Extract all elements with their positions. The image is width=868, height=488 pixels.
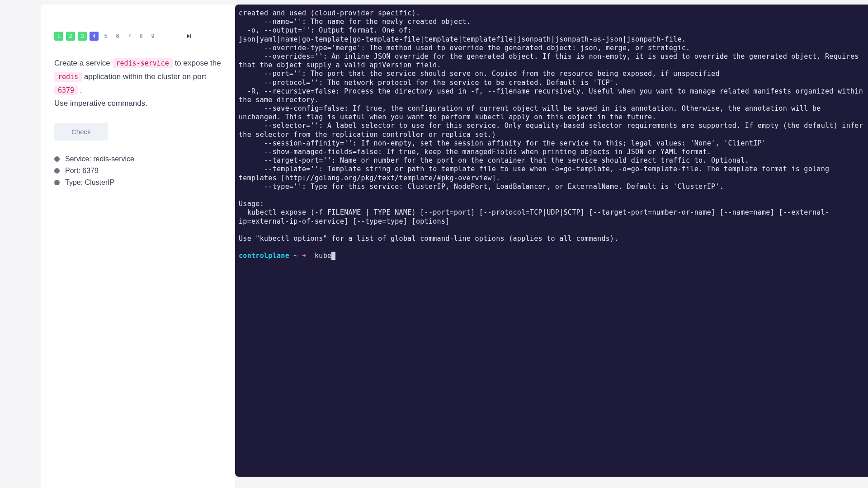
requirement-item: Type: ClusterIP: [54, 177, 222, 188]
skip-to-end-icon[interactable]: [185, 32, 193, 40]
step-navigator: 1 2 3 4 5 6 7 8 9: [54, 32, 222, 41]
step-9[interactable]: 9: [148, 32, 157, 41]
requirements-list: Service: redis-service Port: 6379 Type: …: [54, 153, 222, 188]
bullet-icon: [54, 156, 60, 162]
terminal-output: created and used (cloud-provider specifi…: [239, 9, 867, 243]
requirement-item: Port: 6379: [54, 165, 222, 177]
requirement-text: Type: ClusterIP: [65, 178, 114, 187]
prompt-path: ~: [289, 252, 302, 260]
requirement-text: Port: 6379: [65, 167, 99, 175]
step-4[interactable]: 4: [90, 32, 99, 41]
terminal-input[interactable]: kube: [306, 252, 331, 260]
instruction-text: to expose the: [173, 59, 221, 67]
step-1[interactable]: 1: [54, 32, 63, 41]
step-2[interactable]: 2: [66, 32, 75, 41]
requirement-text: Service: redis-service: [65, 155, 134, 163]
step-7[interactable]: 7: [125, 32, 134, 41]
step-3[interactable]: 3: [78, 32, 87, 41]
terminal[interactable]: created and used (cloud-provider specifi…: [235, 5, 868, 477]
prompt-host: controlplane: [239, 252, 289, 260]
instruction-text: application within the cluster on port: [82, 72, 206, 81]
bullet-icon: [54, 180, 60, 185]
bullet-icon: [54, 168, 60, 174]
requirement-item: Service: redis-service: [54, 153, 222, 165]
step-8[interactable]: 8: [137, 32, 146, 41]
instruction-text: Create a service: [54, 59, 113, 67]
code-app-name: redis: [54, 72, 82, 82]
cursor-icon: [331, 252, 335, 260]
prompt-arrow-icon: ➜: [302, 252, 306, 260]
instruction-text: .: [78, 86, 82, 94]
code-service-name: redis-service: [113, 58, 173, 68]
code-port: 6379: [54, 85, 78, 95]
task-instruction: Create a service redis-service to expose…: [54, 56, 222, 110]
step-5[interactable]: 5: [101, 32, 110, 41]
check-button[interactable]: Check: [54, 123, 108, 141]
instruction-panel: 1 2 3 4 5 6 7 8 9 Create a service redis…: [41, 5, 235, 488]
step-6[interactable]: 6: [113, 32, 122, 41]
instruction-note: Use imperative commands.: [54, 97, 222, 110]
